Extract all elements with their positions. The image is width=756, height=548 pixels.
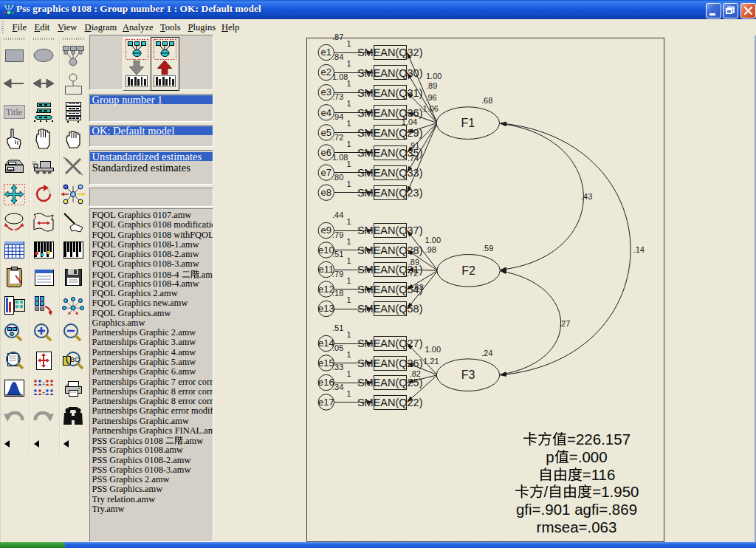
svg-text:.34: .34 xyxy=(332,383,343,391)
svg-text:e13: e13 xyxy=(318,303,334,314)
svg-text:F3: F3 xyxy=(461,369,475,381)
svg-text:e2: e2 xyxy=(321,66,331,78)
svg-text:SMEAN(Q37): SMEAN(Q37) xyxy=(357,225,423,236)
svg-text:SMEAN(Q31): SMEAN(Q31) xyxy=(357,87,423,99)
svg-text:e17: e17 xyxy=(318,397,334,408)
svg-text:.89: .89 xyxy=(408,258,419,267)
svg-text:e9: e9 xyxy=(321,225,331,236)
svg-text:e8: e8 xyxy=(321,187,331,198)
svg-text:.27: .27 xyxy=(559,319,570,328)
svg-text:1.04: 1.04 xyxy=(402,117,417,126)
svg-text:e7: e7 xyxy=(321,167,331,178)
svg-text:.72: .72 xyxy=(332,133,343,142)
svg-text:.82: .82 xyxy=(410,369,421,378)
svg-text:1.00: 1.00 xyxy=(425,236,441,244)
svg-text:.68: .68 xyxy=(481,96,492,105)
svg-text:.33: .33 xyxy=(332,363,343,371)
svg-text:SMEAN(Q32): SMEAN(Q32) xyxy=(357,47,423,58)
svg-text:SMEAN(Q33): SMEAN(Q33) xyxy=(357,167,423,179)
svg-text:.89: .89 xyxy=(426,81,437,90)
svg-text:.18: .18 xyxy=(332,289,343,298)
svg-text:.59: .59 xyxy=(482,244,493,253)
svg-text:1: 1 xyxy=(346,350,351,359)
svg-text:SMEAN(Q30): SMEAN(Q30) xyxy=(357,67,423,79)
svg-text:.87: .87 xyxy=(332,32,343,41)
svg-text:SMEAN(Q29): SMEAN(Q29) xyxy=(357,127,423,139)
svg-text:.80: .80 xyxy=(332,173,343,182)
svg-text:.94: .94 xyxy=(332,112,343,121)
svg-text:.63: .63 xyxy=(413,283,424,292)
svg-text:.79: .79 xyxy=(332,270,343,278)
svg-text:.74: .74 xyxy=(408,154,419,162)
svg-text:F2: F2 xyxy=(461,264,475,277)
svg-text:1: 1 xyxy=(346,330,351,339)
svg-text:e6: e6 xyxy=(321,147,331,158)
svg-text:.84: .84 xyxy=(332,52,343,61)
svg-text:.98: .98 xyxy=(425,245,436,254)
svg-text:1: 1 xyxy=(346,59,351,68)
svg-text:1.00: 1.00 xyxy=(426,72,441,81)
svg-text:1: 1 xyxy=(346,237,351,246)
svg-text:.43: .43 xyxy=(581,192,592,201)
svg-text:SMEAN(Q23): SMEAN(Q23) xyxy=(357,187,423,199)
svg-text:.73: .73 xyxy=(332,92,343,101)
svg-text:.91: .91 xyxy=(408,141,419,150)
svg-text:e1: e1 xyxy=(321,47,331,58)
svg-text:SMEAN(Q27): SMEAN(Q27) xyxy=(357,338,423,349)
svg-text:.14: .14 xyxy=(633,245,645,254)
svg-text:1: 1 xyxy=(346,119,351,128)
svg-text:1.06: 1.06 xyxy=(423,104,439,113)
svg-text:.51: .51 xyxy=(332,250,343,258)
svg-text:.72: .72 xyxy=(407,269,418,278)
svg-text:.96: .96 xyxy=(425,93,436,102)
svg-text:e3: e3 xyxy=(321,86,331,97)
svg-text:1: 1 xyxy=(346,39,351,48)
svg-text:e5: e5 xyxy=(321,127,331,138)
svg-text:1: 1 xyxy=(346,179,351,188)
svg-text:1: 1 xyxy=(346,369,351,378)
svg-text:.51: .51 xyxy=(332,323,343,332)
svg-text:SMEAN(Q22): SMEAN(Q22) xyxy=(357,397,423,408)
svg-text:1: 1 xyxy=(346,256,351,265)
svg-text:1.08: 1.08 xyxy=(332,72,348,81)
svg-text:SMEAN(Q58): SMEAN(Q58) xyxy=(357,303,423,315)
svg-text:SMEAN(Q25): SMEAN(Q25) xyxy=(357,377,423,388)
svg-text:1: 1 xyxy=(346,140,351,148)
svg-text:SMEAN(Q28): SMEAN(Q28) xyxy=(357,244,423,256)
svg-text:1.00: 1.00 xyxy=(425,345,441,354)
svg-text:SMEAN(Q26): SMEAN(Q26) xyxy=(357,357,423,369)
svg-text:1.21: 1.21 xyxy=(423,357,439,366)
svg-text:.24: .24 xyxy=(481,349,492,357)
svg-text:1: 1 xyxy=(346,295,351,304)
svg-text:e4: e4 xyxy=(321,107,331,118)
svg-text:1: 1 xyxy=(346,389,351,398)
svg-text:.79: .79 xyxy=(332,230,343,239)
svg-text:1.08: 1.08 xyxy=(332,153,348,162)
svg-text:.44: .44 xyxy=(332,210,343,219)
svg-text:F1: F1 xyxy=(461,117,475,129)
svg-text:1: 1 xyxy=(346,276,351,285)
svg-text:1: 1 xyxy=(346,217,351,226)
svg-text:.05: .05 xyxy=(332,343,343,352)
svg-text:1: 1 xyxy=(346,99,351,108)
